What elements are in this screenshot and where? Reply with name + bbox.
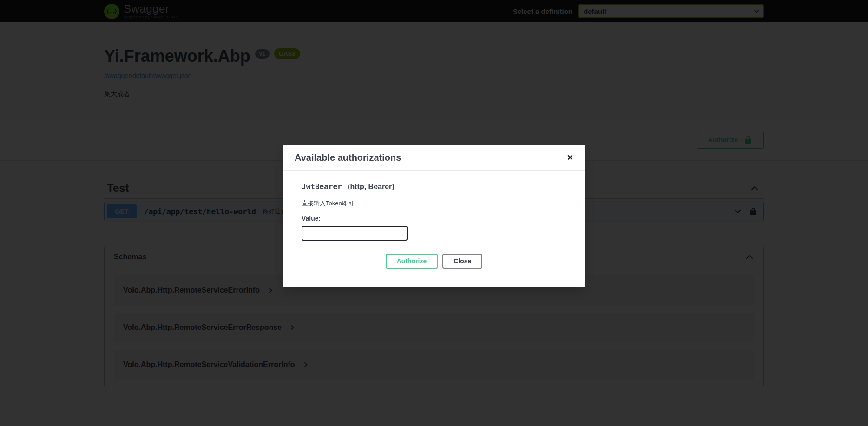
value-label: Value: <box>302 215 566 222</box>
auth-scheme-name: JwtBearer <box>302 182 342 191</box>
close-icon[interactable]: ✕ <box>567 154 573 162</box>
modal-authorize-button[interactable]: Authorize <box>386 254 438 269</box>
auth-scheme-type: (http, Bearer) <box>348 183 394 190</box>
modal-close-button[interactable]: Close <box>442 254 482 269</box>
token-value-input[interactable] <box>302 226 408 241</box>
modal-title: Available authorizations <box>295 152 401 163</box>
authorizations-modal: Available authorizations ✕ JwtBearer (ht… <box>283 145 585 287</box>
auth-scheme-description: 直接输入Token即可 <box>302 199 566 208</box>
